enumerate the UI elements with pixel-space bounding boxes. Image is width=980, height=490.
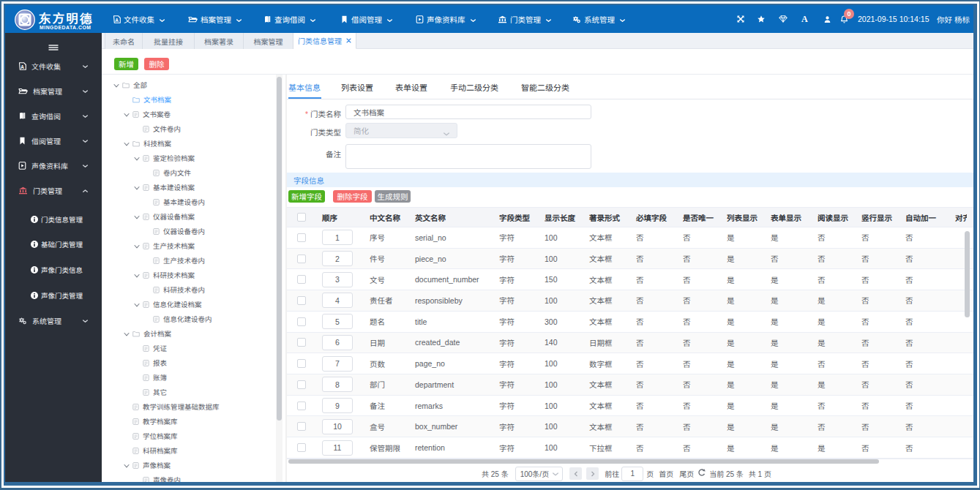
- svg-text:A: A: [20, 64, 24, 69]
- svg-text:A: A: [115, 17, 119, 22]
